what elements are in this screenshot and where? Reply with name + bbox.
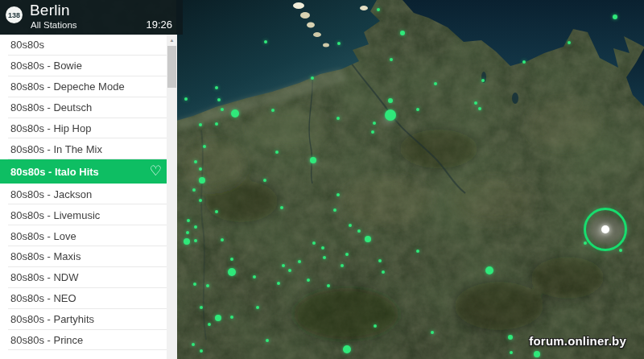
station-dot[interactable]: [266, 339, 269, 342]
station-dot[interactable]: [253, 275, 256, 279]
station-dot[interactable]: [619, 249, 622, 252]
station-dot[interactable]: [184, 238, 190, 245]
station-dot[interactable]: [374, 324, 377, 328]
station-dot[interactable]: [336, 117, 340, 120]
station-dot[interactable]: [288, 269, 291, 272]
station-dot[interactable]: [231, 109, 239, 118]
station-dot[interactable]: [345, 253, 349, 256]
station-dot[interactable]: [194, 225, 197, 229]
station-dot[interactable]: [357, 229, 361, 233]
station-dot[interactable]: [199, 199, 202, 202]
station-list-item[interactable]: 80s80s - Bowie: [0, 56, 167, 76]
station-list-item[interactable]: 80s80s - Partyhits: [0, 309, 167, 330]
station-dot[interactable]: [522, 60, 526, 64]
station-dot[interactable]: [388, 98, 393, 103]
station-dot[interactable]: [194, 239, 197, 242]
station-dot[interactable]: [365, 236, 371, 242]
station-list-item[interactable]: 80s80s - Depeche Mode: [0, 76, 167, 97]
station-dot[interactable]: [327, 284, 330, 287]
station-dot[interactable]: [323, 256, 326, 259]
station-dot[interactable]: [333, 208, 336, 212]
station-dot[interactable]: [200, 306, 203, 309]
station-dot[interactable]: [385, 109, 396, 121]
scroll-up-arrow-icon[interactable]: ▲: [167, 35, 177, 45]
station-dot[interactable]: [343, 345, 351, 353]
station-dot[interactable]: [187, 219, 190, 222]
station-dot[interactable]: [215, 315, 221, 321]
station-list-item[interactable]: 80s80s - Maxis: [0, 246, 167, 267]
station-dot[interactable]: [215, 86, 218, 89]
station-dot[interactable]: [416, 250, 419, 253]
station-list-item[interactable]: 80s80s - Hip Hop: [0, 118, 167, 139]
station-dot[interactable]: [277, 282, 280, 285]
station-dot[interactable]: [416, 108, 419, 111]
station-list-item[interactable]: 80s80s - Deutsch: [0, 97, 167, 118]
station-dot[interactable]: [481, 79, 485, 82]
station-dot[interactable]: [378, 259, 382, 262]
station-dot[interactable]: [215, 210, 218, 213]
station-dot[interactable]: [199, 123, 202, 126]
station-dot[interactable]: [485, 266, 493, 274]
station-dot[interactable]: [221, 108, 224, 111]
station-dot[interactable]: [282, 264, 285, 267]
favorite-heart-icon[interactable]: ♡: [150, 165, 162, 179]
station-dot[interactable]: [474, 101, 477, 105]
station-dot[interactable]: [508, 335, 513, 340]
station-dot[interactable]: [228, 268, 236, 276]
station-dot[interactable]: [217, 98, 221, 101]
station-dot[interactable]: [193, 283, 196, 286]
station-list-item[interactable]: 80s80s - Love: [0, 225, 167, 246]
station-dot[interactable]: [341, 264, 344, 267]
station-dot[interactable]: [377, 8, 380, 11]
station-list-item[interactable]: 80s80s - NEO: [0, 288, 167, 309]
station-dot[interactable]: [321, 246, 324, 250]
station-dot[interactable]: [510, 351, 513, 354]
station-dot[interactable]: [307, 279, 310, 282]
station-dot[interactable]: [568, 41, 571, 44]
station-dot[interactable]: [312, 241, 316, 245]
station-dot[interactable]: [208, 323, 211, 326]
station-dot[interactable]: [230, 316, 233, 319]
station-dot[interactable]: [271, 109, 275, 112]
station-dot[interactable]: [478, 107, 481, 110]
station-dot[interactable]: [400, 31, 405, 35]
station-dot[interactable]: [584, 241, 587, 245]
scrollbar-thumb[interactable]: [167, 46, 176, 88]
station-list-item[interactable]: 80s80s - Prince: [0, 330, 167, 351]
station-dot[interactable]: [194, 160, 197, 163]
station-dot[interactable]: [280, 206, 283, 209]
station-dot[interactable]: [337, 42, 341, 45]
station-dot[interactable]: [186, 231, 189, 234]
station-dot[interactable]: [434, 82, 437, 85]
scrollbar[interactable]: ▲: [167, 35, 177, 359]
station-list-item[interactable]: 80s80s - Livemusic: [0, 204, 167, 225]
station-dot[interactable]: [310, 157, 316, 163]
station-dot[interactable]: [373, 122, 376, 125]
station-dot[interactable]: [613, 14, 617, 19]
station-dot[interactable]: [275, 151, 279, 154]
station-dot[interactable]: [534, 351, 540, 357]
station-dot[interactable]: [336, 193, 340, 196]
station-dot[interactable]: [199, 167, 202, 171]
station-dot[interactable]: [184, 97, 188, 101]
station-dot[interactable]: [215, 122, 218, 126]
station-dot[interactable]: [382, 270, 385, 274]
station-dot[interactable]: [264, 40, 267, 43]
station-list-item[interactable]: 80s80s: [0, 35, 167, 56]
station-dot[interactable]: [199, 177, 205, 184]
station-dot[interactable]: [203, 145, 206, 148]
station-dot[interactable]: [311, 76, 314, 80]
station-dot[interactable]: [263, 179, 266, 182]
station-dot[interactable]: [256, 306, 259, 309]
station-list-item-selected[interactable]: 80s80s - Italo Hits♡: [0, 159, 167, 184]
station-dot[interactable]: [390, 58, 393, 61]
station-dot[interactable]: [230, 258, 233, 261]
station-list-item[interactable]: 80s80s - NDW: [0, 267, 167, 288]
station-dot[interactable]: [206, 284, 209, 287]
station-dot[interactable]: [349, 224, 352, 227]
station-dot[interactable]: [371, 130, 374, 134]
station-list-item[interactable]: 80s80s - In The Mix: [0, 138, 167, 159]
selected-station-dot[interactable]: [601, 225, 609, 233]
station-dot[interactable]: [298, 260, 301, 263]
station-dot[interactable]: [200, 349, 203, 353]
